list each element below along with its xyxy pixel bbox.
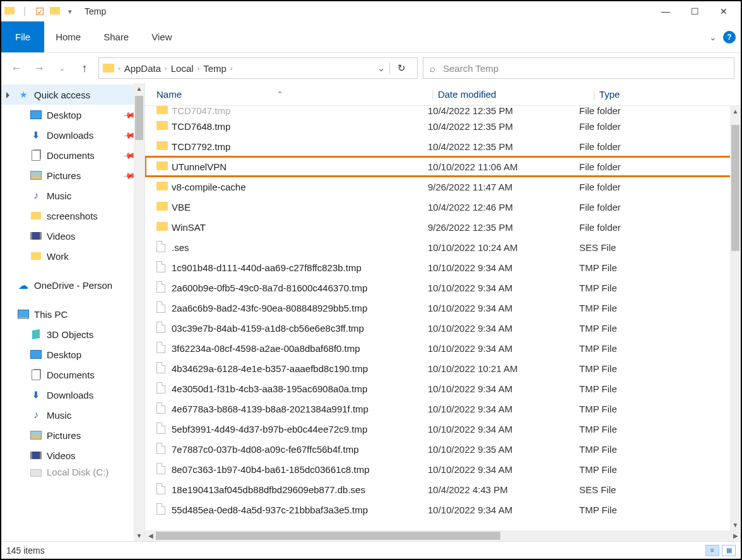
sidebar-item[interactable]: Work [1, 246, 144, 266]
scrollbar-thumb[interactable] [156, 532, 500, 540]
sidebar-item[interactable]: Downloads📌 [1, 125, 144, 145]
recent-dropdown-icon[interactable]: ⌄ [53, 59, 71, 77]
sidebar-item[interactable]: Videos [1, 445, 144, 465]
sidebar-item[interactable]: Downloads [1, 385, 144, 405]
breadcrumb-seg[interactable]: Local [168, 63, 196, 74]
file-type: TMP File [579, 383, 741, 394]
breadcrumb-seg[interactable]: AppData [122, 63, 163, 74]
tab-file[interactable]: File [1, 21, 44, 52]
chevron-right-icon[interactable]: › [117, 64, 122, 72]
sidebar-item[interactable]: Videos [1, 226, 144, 246]
open-icon[interactable] [49, 6, 61, 17]
file-row[interactable]: TCD7047.tmp10/4/2022 12:35 PMFile folder [145, 106, 741, 116]
sidebar-this-pc[interactable]: This PC [1, 304, 144, 324]
sidebar-item[interactable]: Documents📌 [1, 145, 144, 165]
address-dropdown-icon[interactable]: ⌄ [374, 62, 389, 74]
sidebar-item-label: screenshots [47, 211, 98, 221]
file-icon [156, 423, 172, 436]
file-row[interactable]: 4e3050d1-f31b-4cb3-aa38-195ac6908a0a.tmp… [145, 378, 741, 399]
file-row[interactable]: 4b34629a-6128-4e1e-b357-aaaefbd8c190.tmp… [145, 358, 741, 378]
folder-icon [156, 141, 172, 152]
column-type[interactable]: Type [599, 89, 741, 100]
thumbnails-view-button[interactable]: ▦ [722, 545, 736, 556]
file-row[interactable]: 03c39e7b-84ab-4159-a1d8-cb56e6e8c3ff.tmp… [145, 318, 741, 338]
sidebar-item-label: Desktop [47, 349, 81, 360]
file-name: .ses [172, 242, 428, 253]
file-icon [156, 382, 172, 395]
tab-share[interactable]: Share [92, 21, 140, 52]
file-date: 10/10/2022 9:34 AM [428, 262, 579, 273]
list-scrollbar[interactable]: ▲ ▼ [730, 106, 741, 530]
sidebar-item[interactable]: Music [1, 185, 144, 206]
file-row[interactable]: 2a600b9e-0fb5-49c0-8a7d-81600c446370.tmp… [145, 277, 741, 298]
qat-dropdown-icon[interactable]: ▾ [64, 6, 76, 17]
sidebar-item[interactable]: Desktop [1, 344, 144, 365]
file-row[interactable]: 55d485ea-0ed8-4a5d-937c-21bbbaf3a3e5.tmp… [145, 499, 741, 520]
file-row[interactable]: 4e6778a3-b868-4139-b8a8-2021384a991f.tmp… [145, 399, 741, 419]
folder-icon [30, 250, 42, 262]
file-row[interactable]: 7e7887c0-037b-4d08-a09c-fe67ffc56b4f.tmp… [145, 439, 741, 459]
chevron-right-icon[interactable]: › [229, 64, 234, 72]
star-icon [18, 89, 29, 100]
properties-icon[interactable] [34, 6, 45, 17]
sidebar-quick-access[interactable]: Quick access [1, 85, 144, 105]
scroll-up-icon[interactable]: ▲ [134, 83, 144, 94]
sidebar-item[interactable]: 3D Objects [1, 324, 144, 344]
scroll-down-icon[interactable]: ▼ [134, 530, 144, 541]
sidebar-item[interactable]: Desktop📌 [1, 105, 144, 125]
file-row[interactable]: WinSAT9/26/2022 12:35 PMFile folder [145, 217, 741, 237]
tab-home[interactable]: Home [44, 21, 92, 52]
pc-icon [18, 308, 29, 320]
help-icon[interactable]: ? [723, 31, 736, 44]
sidebar-item[interactable]: Pictures [1, 425, 144, 445]
refresh-button[interactable]: ↻ [389, 62, 413, 74]
file-row[interactable]: v8-compile-cache9/26/2022 11:47 AMFile f… [145, 177, 741, 197]
details-view-button[interactable]: ≡ [705, 545, 719, 556]
file-row[interactable]: 1c901b48-d111-440d-aa69-c27f8ffc823b.tmp… [145, 257, 741, 277]
search-box[interactable]: ⌕ Search Temp [423, 57, 734, 79]
sidebar-item[interactable]: screenshots [1, 206, 144, 226]
file-date: 10/4/2022 4:43 PM [428, 484, 579, 495]
file-name: 2a600b9e-0fb5-49c0-8a7d-81600c446370.tmp [172, 283, 428, 293]
sidebar-scrollbar[interactable]: ▲ ▼ [134, 83, 144, 541]
file-row[interactable]: TCD7648.tmp10/4/2022 12:35 PMFile folder [145, 116, 741, 136]
chevron-right-icon[interactable]: › [196, 64, 201, 72]
file-row[interactable]: 2aa6c6b9-8ad2-43fc-90ea-808848929bb5.tmp… [145, 298, 741, 318]
file-row[interactable]: 5ebf3991-4d49-4d37-b97b-eb0c44ee72c9.tmp… [145, 419, 741, 439]
close-button[interactable]: ✕ [709, 2, 738, 21]
file-row[interactable]: 18e190413af045db88dfbd29609eb877.db.ses1… [145, 479, 741, 499]
scroll-down-icon[interactable]: ▼ [730, 520, 741, 530]
sidebar-item[interactable]: Music [1, 405, 144, 425]
back-button[interactable]: ← [8, 59, 25, 77]
scroll-left-icon[interactable]: ◀ [145, 532, 156, 539]
column-name[interactable]: Name⌃ [156, 89, 428, 100]
file-row[interactable]: TCD7792.tmp10/4/2022 12:35 PMFile folder [145, 136, 741, 156]
maximize-button[interactable]: ☐ [680, 2, 709, 21]
file-type: TMP File [579, 343, 741, 354]
forward-button[interactable]: → [30, 59, 48, 77]
ribbon-expand-icon[interactable]: ⌄ [703, 32, 723, 42]
up-button[interactable]: ↑ [76, 59, 93, 77]
file-row[interactable]: .ses10/10/2022 10:24 AMSES File [145, 237, 741, 257]
address-bar[interactable]: › AppData › Local › Temp › ⌄ ↻ [98, 57, 418, 79]
file-row[interactable]: 8e07c363-1b97-40b4-ba61-185dc03661c8.tmp… [145, 459, 741, 479]
scrollbar-thumb[interactable] [731, 125, 739, 251]
sidebar-item[interactable]: Pictures📌 [1, 165, 144, 185]
file-row[interactable]: VBE10/4/2022 12:46 PMFile folder [145, 197, 741, 217]
chevron-right-icon[interactable]: › [163, 64, 168, 72]
file-row[interactable]: UTunnelVPN10/10/2022 11:06 AMFile folder [145, 156, 741, 177]
column-date[interactable]: Date modified [438, 89, 589, 100]
sidebar-item-label: Videos [47, 231, 76, 242]
scrollbar-thumb[interactable] [135, 96, 143, 140]
scroll-up-icon[interactable]: ▲ [730, 106, 741, 117]
breadcrumb-seg[interactable]: Temp [201, 63, 229, 74]
sidebar-onedrive[interactable]: OneDrive - Person [1, 275, 144, 295]
sidebar-item[interactable]: Documents [1, 365, 144, 385]
minimize-button[interactable]: — [651, 2, 680, 21]
horizontal-scrollbar[interactable]: ◀ ▶ [145, 530, 741, 541]
tab-view[interactable]: View [140, 21, 183, 52]
scroll-right-icon[interactable]: ▶ [730, 532, 741, 539]
file-row[interactable]: 3f62234a-08cf-4598-a2ae-00a8dbaf68f0.tmp… [145, 338, 741, 358]
sidebar-item-label: Desktop [47, 110, 81, 120]
sidebar-item[interactable]: Local Disk (C:) [1, 465, 144, 478]
